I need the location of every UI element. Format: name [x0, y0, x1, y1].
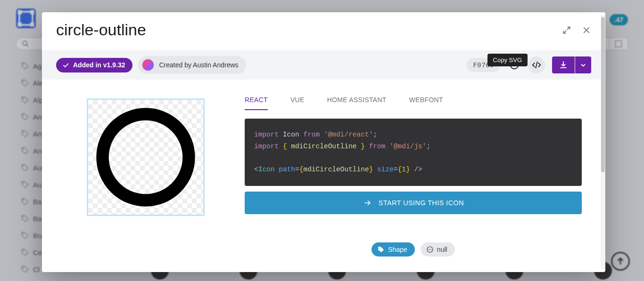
start-using-button[interactable]: START USING THIS ICON: [245, 192, 582, 214]
svg-point-28: [431, 249, 432, 250]
download-icon: [559, 60, 568, 70]
svg-point-24: [379, 248, 380, 249]
version-added-label: Added in v1.9.32: [73, 61, 125, 69]
download-button[interactable]: [552, 56, 575, 73]
circle-outline-preview-icon: [88, 100, 203, 215]
author-chip[interactable]: Created by Austin Andrews: [138, 56, 246, 74]
download-menu-button[interactable]: [575, 56, 591, 73]
code-icon: [531, 60, 542, 70]
icon-preview-column: [56, 91, 235, 272]
svg-point-27: [429, 249, 430, 250]
scrollbar-thumb[interactable]: [601, 17, 605, 172]
dots-horizontal-circle-icon: [426, 246, 434, 253]
tab-react[interactable]: REACT: [245, 91, 268, 110]
tag-label: null: [437, 246, 447, 253]
check-icon: [62, 61, 70, 69]
author-label: Created by Austin Andrews: [159, 61, 238, 69]
icon-preview: [87, 98, 205, 216]
svg-point-23: [103, 114, 189, 201]
close-button[interactable]: [582, 25, 591, 35]
svg-point-26: [428, 249, 429, 250]
tab-vue[interactable]: VUE: [290, 91, 305, 110]
icon-detail-modal: Copy SVG circle-outline Added in v1.9.32…: [42, 12, 605, 272]
modal-header: circle-outline: [42, 12, 605, 50]
code-snippet[interactable]: import Icon from '@mdi/react'; import { …: [245, 119, 582, 186]
arrow-right-icon: [363, 198, 372, 208]
tab-webfont[interactable]: WEBFONT: [409, 91, 443, 110]
usage-column: REACT VUE HOME ASSISTANT WEBFONT import …: [235, 91, 591, 272]
tag-null[interactable]: null: [421, 242, 455, 257]
avatar: [142, 59, 154, 71]
tooltip-copy-svg: Copy SVG: [487, 54, 528, 66]
close-icon: [582, 25, 591, 35]
modal-body: REACT VUE HOME ASSISTANT WEBFONT import …: [42, 80, 605, 272]
fullscreen-button[interactable]: [562, 25, 571, 35]
tab-home-assistant[interactable]: HOME ASSISTANT: [327, 91, 387, 110]
copy-svg-button[interactable]: [528, 56, 545, 73]
tag-label: Shape: [388, 246, 407, 253]
download-split-button: [552, 56, 591, 73]
icon-title: circle-outline: [56, 21, 146, 39]
expand-icon: [562, 25, 571, 35]
framework-tabs: REACT VUE HOME ASSISTANT WEBFONT: [245, 91, 582, 110]
version-added-badge: Added in v1.9.32: [56, 58, 132, 72]
chevron-down-icon: [578, 60, 588, 70]
tag-shape[interactable]: Shape: [372, 242, 414, 257]
cta-label: START USING THIS ICON: [379, 199, 464, 207]
tag-icon: [377, 246, 385, 253]
tags-row: Shape null: [245, 242, 582, 257]
